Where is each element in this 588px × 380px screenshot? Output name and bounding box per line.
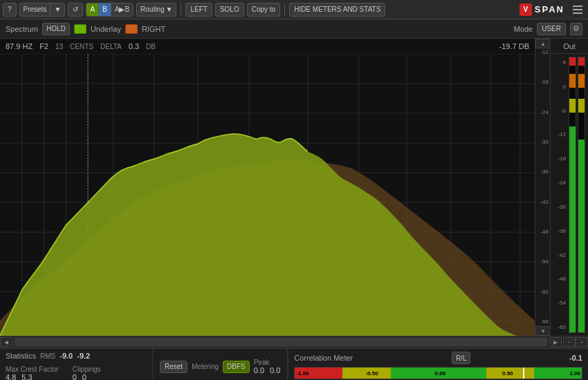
divider-2 [284,3,285,16]
max-crest-label: Max Crest Factor [6,365,59,373]
presets-arrow-button[interactable]: ▼ [50,3,64,16]
menu-button[interactable] [570,2,585,17]
right-label: RIGHT [142,25,165,33]
routing-label: Routing [140,6,164,13]
scroll-thumb[interactable] [15,338,547,346]
clippings-label: Clippings [73,365,101,373]
corr-needle [523,368,524,379]
underlay-label: Underlay [91,25,121,33]
delta-label: DELTA [100,43,122,50]
note-value: F2 [39,42,48,50]
ab-group: A B A▶B [86,3,134,17]
logo-icon: V [520,3,532,16]
solo-button[interactable]: SOLO [215,3,244,17]
copy-to-button[interactable]: Copy to [247,3,280,17]
rl-button[interactable]: R/L [452,352,471,364]
correlation-section: Correlation Meter R/L -0.1 -1.00 -0.50 0… [288,349,588,380]
out-meter-area: 6 0 -6 -12 -18 -24 -30 -36 -42 -48 -54 -… [551,54,588,336]
reset-button[interactable]: Reset [160,361,187,373]
db-tick-36: -36 [535,169,549,175]
stats-title: Statistics [6,352,36,360]
underlay-indicator[interactable] [125,24,138,34]
freq-scrollbar-area: ◀ ▶ − + [0,336,588,348]
out-section: Out 6 0 -6 -12 -18 -24 -30 -36 -42 -48 -… [550,39,588,336]
dbfs-button[interactable]: DBFS [223,361,250,373]
db-tick-18: -18 [535,79,549,85]
corr-tick-3: 0.00 [435,370,446,377]
logo-text: SPAN [535,4,564,15]
spectrum-display[interactable]: 87.9 HZ F2 13 CENTS DELTA 0.3 DB -19.7 D… [0,39,535,336]
scroll-zoom-out[interactable]: − [563,337,576,347]
ab-button[interactable]: A▶B [111,3,133,16]
routing-arrow: ▼ [166,6,173,13]
reset-button[interactable]: ↺ [68,3,83,17]
stats-left: Statistics RMS -9.0 -9.2 Max Crest Facto… [0,349,152,380]
db-tick-12: -12 [535,50,549,55]
corr-tick-2: -0.50 [365,370,378,377]
gear-button[interactable]: ⚙ [570,23,582,35]
scroll-right[interactable]: ▶ [549,337,562,347]
toolbar: ? Presets ▼ ↺ A B A▶B Routing ▼ LEFT SOL… [0,0,588,19]
peak-values: 0.0 0.0 [254,366,281,374]
clippings-right: 0 [82,373,86,380]
peak-group: Peak 0.0 0.0 [254,359,281,374]
corr-tick-5: 1.00 [569,370,580,377]
max-crest-right: 5.3 [21,373,32,380]
max-crest-values: 4.8 5.3 [6,373,59,380]
stats-top-row: Statistics RMS -9.0 -9.2 [6,352,147,360]
right-db-scale: ▲ -12 -18 -24 -30 -36 -42 -48 -54 -60 -6… [535,39,550,336]
hold-button[interactable]: HOLD [42,23,70,35]
corr-meter: -1.00 -0.50 0.00 0.50 1.00 [294,367,582,379]
db-scale: -12 -18 -24 -30 -36 -42 -48 -54 -60 -66 [535,48,550,326]
corr-top: Correlation Meter R/L -0.1 [294,352,582,364]
db-tick-66: -66 [535,319,549,325]
hide-meters-button[interactable]: HIDE METERS AND STATS [289,3,385,17]
delta-value: 0.3 [129,42,139,50]
main-area: 87.9 HZ F2 13 CENTS DELTA 0.3 DB -19.7 D… [0,39,588,336]
db-tick-24: -24 [535,110,549,115]
db-tick-48: -48 [535,229,549,235]
clippings-left: 0 [73,373,77,380]
spectrum-led[interactable] [74,24,86,34]
db-scroll-down[interactable]: ▼ [535,326,551,336]
corr-tick-1: -1.00 [296,370,309,377]
scroll-zoom-in[interactable]: + [576,337,588,347]
db-tick-54: -54 [535,259,549,265]
cents-label: CENTS [70,43,93,50]
help-button[interactable]: ? [3,3,17,17]
out-meter-left [569,57,576,333]
delta-db: DB [146,43,156,50]
user-mode-button[interactable]: USER [537,23,566,35]
span-logo: V SPAN [520,3,564,16]
spectrum-label: Spectrum [6,25,38,33]
max-crest-group: Max Crest Factor 4.8 5.3 [6,365,59,380]
out-meter-right [578,57,585,333]
left-button[interactable]: LEFT [185,3,212,17]
scroll-left[interactable]: ◀ [0,337,12,347]
hz-value: 87.9 HZ [6,42,33,50]
statistics-bar: Statistics RMS -9.0 -9.2 Max Crest Facto… [0,348,588,380]
peak-label: Peak [254,359,281,366]
rms-left-value: -9.0 [59,352,73,360]
spectrum-svg: 20 30 40 60 80 100 200 300 600 800 1K 2K… [0,54,535,336]
presets-group: Presets ▼ [19,3,66,17]
peak-right: 0.0 [270,366,280,374]
b-button[interactable]: B [99,3,111,16]
freq-scrollbar[interactable] [14,337,548,347]
spectrum-controls: Spectrum HOLD Underlay RIGHT Mode USER ⚙ [0,19,588,39]
clippings-group: Clippings 0 0 [73,365,101,380]
presets-button[interactable]: Presets [20,3,51,16]
db-scroll-up[interactable]: ▲ [535,39,551,48]
db-tick-42: -42 [535,200,549,205]
a-button[interactable]: A [86,3,99,16]
right-db: -19.7 DB [499,42,529,50]
cents-value: 13 [55,43,63,50]
out-label: Out [551,39,588,54]
routing-button[interactable]: Routing ▼ [136,3,176,17]
mode-section: Mode USER ⚙ [514,23,582,35]
max-crest-left: 4.8 [6,373,16,380]
db-tick-60: -60 [535,289,549,295]
corr-title: Correlation Meter [294,354,353,362]
out-scale: 6 0 -6 -12 -18 -24 -30 -36 -42 -48 -54 -… [553,57,567,333]
divider-1 [181,3,181,16]
